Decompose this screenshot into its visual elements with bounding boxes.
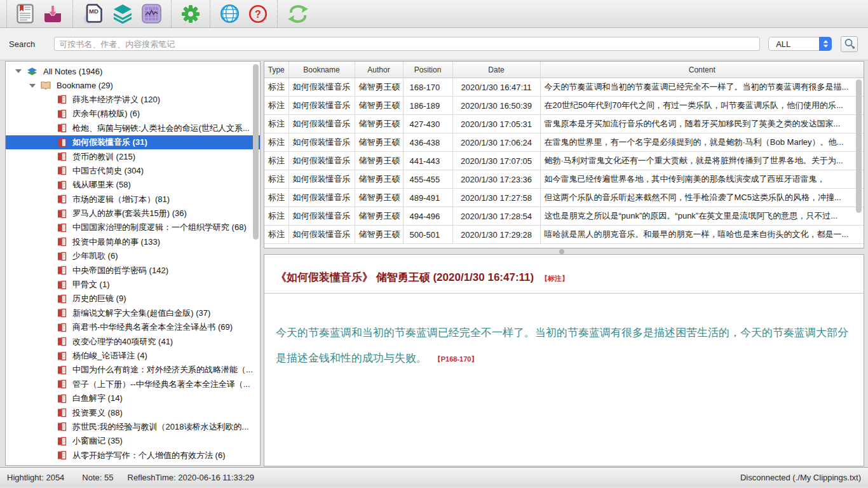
table-cell[interactable]: 如何假装懂音乐 <box>288 170 355 189</box>
table-cell[interactable]: 标注 <box>264 207 288 226</box>
table-cell[interactable]: 在雷鬼的世界里，有一个名字是必须提到的，就是鲍勃·马利（Bob Marley）。… <box>540 133 864 152</box>
sidebar-item-bookname[interactable]: Bookname (29) <box>6 78 260 92</box>
column-header[interactable]: Content <box>540 62 864 78</box>
table-cell[interactable]: 标注 <box>264 152 288 170</box>
sidebar-item-book[interactable]: 薛兆丰经济学讲义 (120) <box>6 93 260 107</box>
table-cell[interactable]: 标注 <box>264 226 288 244</box>
table-row[interactable]: 标注如何假装懂音乐储智勇王硕186-1892020/1/30 16:50:39在… <box>264 97 864 115</box>
table-cell[interactable]: 标注 <box>264 133 288 152</box>
sidebar-item-book[interactable]: 枪炮、病菌与钢铁:人类社会的命运(世纪人文系... <box>6 121 260 135</box>
table-cell[interactable]: 500-501 <box>403 226 452 244</box>
table-cell[interactable]: 如何假装懂音乐 <box>288 189 355 207</box>
settings-gear-icon[interactable] <box>181 3 200 25</box>
table-cell[interactable]: 标注 <box>264 189 288 207</box>
filter-dropdown[interactable]: ALL <box>768 37 832 51</box>
table-cell[interactable]: 如何假装懂音乐 <box>288 78 355 97</box>
sidebar-item-book[interactable]: 改变心理学的40项研究 (41) <box>6 334 260 348</box>
column-header[interactable]: Position <box>403 62 452 78</box>
column-header[interactable]: Date <box>452 62 540 78</box>
sidebar-item-book[interactable]: 中央帝国的哲学密码 (142) <box>6 263 260 277</box>
sidebar-item-book[interactable]: 如何假装懂音乐 (31) <box>6 135 260 149</box>
table-cell[interactable]: 441-443 <box>403 152 452 170</box>
table-cell[interactable]: 鲍勃·马利对雷鬼文化还有一个重大贡献，就是将脏辫传播到了世界各地。关于为... <box>540 152 864 170</box>
sidebar-item-book[interactable]: 庆余年(精校版) (6) <box>6 107 260 121</box>
sidebar-item-book[interactable]: 历史的巨镜 (9) <box>6 292 260 306</box>
refresh-icon[interactable] <box>287 3 309 25</box>
table-cell[interactable]: 如何假装懂音乐 <box>288 207 355 226</box>
table-cell[interactable]: 储智勇王硕 <box>355 115 403 133</box>
table-cell[interactable]: 雷鬼原本是牙买加流行音乐的代名词，随着牙买加移民到了英美之类的发达国家... <box>540 115 864 133</box>
table-cell[interactable]: 如何假装懂音乐 <box>288 133 355 152</box>
sidebar-item-book[interactable]: 中国为什么有前途：对外经济关系的战略潜能（... <box>6 363 260 377</box>
table-cell[interactable]: 2020/1/30 17:23:36 <box>452 170 540 189</box>
table-row[interactable]: 标注如何假装懂音乐储智勇王硕489-4912020/1/30 17:27:58但… <box>264 189 864 207</box>
table-cell[interactable]: 这也是朋克之所以是“punk”的原因。“punk”在英文里是流氓阿飞的意思，只不… <box>540 207 864 226</box>
table-cell[interactable]: 今天的节奏蓝调和当初的节奏蓝调已经完全不一样了。当初的节奏蓝调有很多是描... <box>540 78 864 97</box>
table-cell[interactable]: 186-189 <box>403 97 452 115</box>
table-row[interactable]: 标注如何假装懂音乐储智勇王硕427-4302020/1/30 17:05:31雷… <box>264 115 864 133</box>
column-header[interactable]: Type <box>264 62 288 78</box>
search-button[interactable] <box>841 36 858 52</box>
table-cell[interactable]: 嘻哈就是黑人的朋克音乐。和最早的朋克一样，嘻哈也是来自街头的文化，都是一... <box>540 226 864 244</box>
sidebar-item-book[interactable]: 苏世民:我的经验与教训（2018读桥水达利欧的... <box>6 420 260 434</box>
sidebar-item-book[interactable]: 钱从哪里来 (58) <box>6 178 260 192</box>
table-row[interactable]: 标注如何假装懂音乐储智勇王硕168-1702020/1/30 16:47:11今… <box>264 78 864 97</box>
sidebar-item-book[interactable]: 投资要义 (88) <box>6 405 260 419</box>
table-cell[interactable]: 2020/1/30 17:05:31 <box>452 115 540 133</box>
markdown-file-icon[interactable]: MD <box>83 3 104 25</box>
table-cell[interactable]: 494-496 <box>403 207 452 226</box>
sidebar-item-book[interactable]: 白鱼解字 (14) <box>6 391 260 405</box>
table-cell[interactable]: 储智勇王硕 <box>355 152 403 170</box>
table-cell[interactable]: 储智勇王硕 <box>355 226 403 244</box>
table-cell[interactable]: 标注 <box>264 97 288 115</box>
table-cell[interactable]: 储智勇王硕 <box>355 97 403 115</box>
table-cell[interactable]: 储智勇王硕 <box>355 207 403 226</box>
disclosure-triangle-icon[interactable] <box>15 69 22 73</box>
table-row[interactable]: 标注如何假装懂音乐储智勇王硕494-4962020/1/30 17:28:54这… <box>264 207 864 226</box>
sidebar-item-book[interactable]: 中国国家治理的制度逻辑：一个组织学研究 (68) <box>6 220 260 234</box>
table-cell[interactable]: 储智勇王硕 <box>355 133 403 152</box>
table-scrollbar-thumb[interactable] <box>856 79 862 213</box>
table-cell[interactable]: 在20世纪50年代到70年代之间，有过一类乐队，叫节奏蓝调乐队，他们使用的乐..… <box>540 97 864 115</box>
table-cell[interactable]: 168-170 <box>403 78 452 97</box>
search-input[interactable] <box>54 37 760 51</box>
table-row[interactable]: 标注如何假装懂音乐储智勇王硕455-4552020/1/30 17:23:36如… <box>264 170 864 189</box>
sidebar-item-book[interactable]: 投资中最简单的事 (133) <box>6 235 260 249</box>
sidebar-item-book[interactable]: 罗马人的故事(套装共15册) (36) <box>6 207 260 220</box>
table-cell[interactable]: 489-491 <box>403 189 452 207</box>
help-icon[interactable]: ? <box>248 3 268 25</box>
notes-document-icon[interactable] <box>17 3 34 25</box>
table-cell[interactable]: 如何假装懂音乐 <box>288 226 355 244</box>
sidebar-scrollbar-thumb[interactable] <box>253 64 259 240</box>
table-cell[interactable]: 标注 <box>264 170 288 189</box>
sidebar-item-book[interactable]: 货币的教训 (215) <box>6 149 260 163</box>
sidebar-item-book[interactable]: 市场的逻辑（增订本）(81) <box>6 193 260 207</box>
table-cell[interactable]: 如何假装懂音乐 <box>288 152 355 170</box>
horizontal-scrollbar-thumb[interactable] <box>559 249 564 254</box>
table-cell[interactable]: 2020/1/30 17:07:05 <box>452 152 540 170</box>
column-header[interactable]: Bookname <box>288 62 355 78</box>
table-cell[interactable]: 但这两个乐队的音乐听起来截然不同，性手枪沿袭了MC5这类乐队的风格，冲撞... <box>540 189 864 207</box>
table-cell[interactable]: 储智勇王硕 <box>355 189 403 207</box>
table-cell[interactable]: 436-438 <box>403 133 452 152</box>
sidebar-item-book[interactable]: 商君书-中华经典名著全本全注全译丛书 (69) <box>6 320 260 334</box>
disclosure-triangle-icon[interactable] <box>29 84 36 88</box>
sidebar-item-book[interactable]: 小窗幽记 (35) <box>6 434 260 448</box>
table-cell[interactable]: 427-430 <box>403 115 452 133</box>
table-cell[interactable]: 2020/1/30 17:27:58 <box>452 189 540 207</box>
sidebar-item-all-notes[interactable]: All Notes (1946) <box>6 64 260 78</box>
sidebar-item-book[interactable]: 从零开始学写作：个人增值的有效方法 (6) <box>6 449 260 463</box>
table-cell[interactable]: 如何假装懂音乐 <box>288 115 355 133</box>
sidebar-item-book[interactable]: 中国古代简史 (304) <box>6 164 260 178</box>
table-cell[interactable]: 2020/1/30 17:29:28 <box>452 226 540 244</box>
sidebar-item-book[interactable]: 杨伯峻_论语译注 (4) <box>6 349 260 363</box>
sidebar-item-book[interactable]: 管子（上下册）--中华经典名著全本全注全译（... <box>6 377 260 391</box>
table-cell[interactable]: 455-455 <box>403 170 452 189</box>
sidebar-item-book[interactable]: 甲骨文 (1) <box>6 278 260 292</box>
table-cell[interactable]: 2020/1/30 17:06:24 <box>452 133 540 152</box>
table-cell[interactable]: 标注 <box>264 78 288 97</box>
table-cell[interactable]: 如今雷鬼已经传遍世界各地，其中传到南美的那条线演变成了西班牙语雷鬼， <box>540 170 864 189</box>
table-cell[interactable]: 标注 <box>264 115 288 133</box>
table-cell[interactable]: 2020/1/30 16:50:39 <box>452 97 540 115</box>
statistics-icon[interactable] <box>142 3 161 25</box>
